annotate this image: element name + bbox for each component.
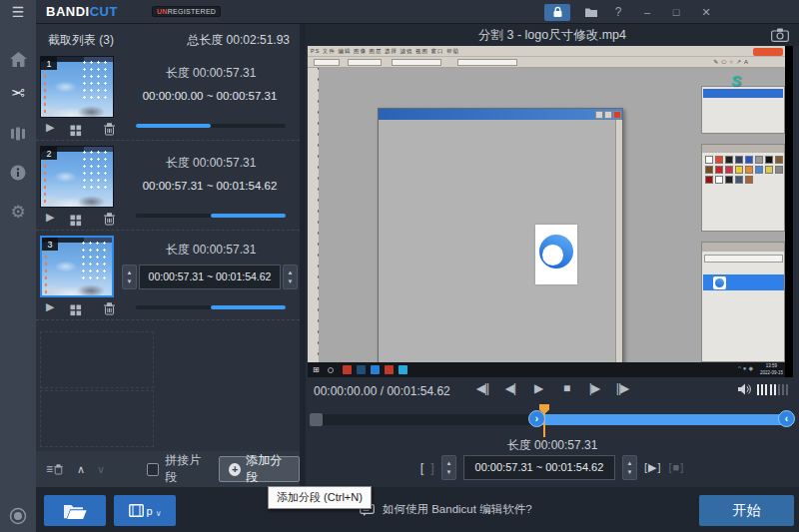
segment-end-stepper[interactable]: ▲▼ bbox=[622, 455, 637, 480]
stop-button[interactable]: ■ bbox=[557, 381, 575, 395]
clip-delete-icon[interactable] bbox=[104, 122, 115, 140]
set-end-bracket[interactable]: ] bbox=[430, 460, 434, 475]
selection-start-handle[interactable]: › bbox=[528, 410, 545, 427]
clip-grid-icon[interactable] bbox=[70, 213, 82, 231]
clip-play-icon[interactable]: ▶ bbox=[46, 121, 54, 134]
color-square bbox=[755, 156, 763, 164]
s-logo-overlay: S bbox=[731, 72, 741, 89]
selection-end-handle[interactable]: ‹ bbox=[778, 410, 795, 427]
swatches-panel bbox=[701, 144, 785, 232]
maximize-button[interactable]: □ bbox=[665, 0, 687, 24]
clip-tools: ▶ bbox=[42, 121, 114, 137]
lock-icon bbox=[544, 4, 570, 21]
add-segment-button[interactable]: + 添加分段 bbox=[219, 456, 300, 482]
blue-logo-circle bbox=[539, 235, 573, 268]
merge-segments-checkbox[interactable] bbox=[147, 463, 159, 476]
recorded-desktop: PS 文件 编辑 图像 图层 选择 滤镜 视图 窗口 帮助 ✎⬭○↗A bbox=[308, 46, 785, 377]
clip-play-icon[interactable]: ▶ bbox=[46, 300, 54, 313]
step-back-button[interactable]: ◀| bbox=[501, 381, 519, 395]
clip-delete-icon[interactable] bbox=[104, 301, 115, 319]
speaker-icon bbox=[738, 383, 752, 395]
layers-panel bbox=[701, 242, 785, 362]
join-tool-icon[interactable] bbox=[0, 119, 36, 149]
playback-controls: ◀|| ◀| ▶ ■ |▶ ||▶ bbox=[306, 381, 799, 395]
record-icon[interactable] bbox=[0, 501, 36, 531]
play-section-button[interactable]: [▶] bbox=[644, 461, 662, 474]
color-square bbox=[735, 176, 743, 184]
help-link[interactable]: 如何使用 Bandicut 编辑软件? bbox=[360, 502, 532, 517]
clip-length-label: 长度 00:00:57.31 bbox=[132, 65, 290, 82]
play-button[interactable]: ▶ bbox=[529, 381, 547, 395]
clip-range-input[interactable]: 00:00:57.31 ~ 00:01:54.62 bbox=[139, 265, 281, 289]
document-window-buttons bbox=[595, 111, 621, 119]
clip-item-2[interactable]: 2 ▶ 长度 00:00:57.31 00:00:57.31 ~ 00:01:5… bbox=[36, 142, 300, 231]
start-button[interactable]: 开始 bbox=[699, 495, 794, 526]
clip-thumbnail[interactable]: 2 bbox=[40, 146, 114, 208]
close-button[interactable]: ✕ bbox=[694, 0, 718, 24]
logo-text-left: BANDI bbox=[46, 4, 90, 19]
segment-range-input[interactable]: 00:00:57.31 ~ 00:01:54.62 bbox=[463, 455, 615, 480]
cut-tool-icon[interactable]: ✂ bbox=[0, 78, 36, 108]
segment-range-row: [ ] ▲▼ 00:00:57.31 ~ 00:01:54.62 ▲▼ [▶] … bbox=[306, 453, 799, 481]
timeline-left-marker[interactable] bbox=[310, 413, 323, 426]
segment-start-stepper[interactable]: ▲▼ bbox=[441, 455, 456, 480]
color-square bbox=[715, 166, 723, 174]
clip-thumbnail[interactable]: 1 bbox=[40, 56, 114, 118]
output-format-button[interactable]: p ∨ bbox=[114, 495, 176, 526]
add-segment-tooltip: 添加分段 (Ctrl+N) bbox=[268, 486, 372, 509]
clip-length-label: 长度 00:00:57.31 bbox=[132, 155, 290, 172]
open-folder-icon[interactable] bbox=[579, 0, 603, 24]
clip-thumbnail[interactable]: 3 bbox=[40, 236, 114, 297]
clip-item-1[interactable]: 1 ▶ 长度 00:00:57.31 00:00:00.00 ~ 00:00:5… bbox=[36, 52, 300, 141]
editor-canvas bbox=[320, 68, 699, 362]
clip-delete-icon[interactable] bbox=[104, 212, 115, 230]
draw-tools: ✎⬭○↗A bbox=[713, 58, 751, 66]
next-frame-button[interactable]: ||▶ bbox=[613, 381, 631, 395]
timeline-selection[interactable] bbox=[536, 414, 789, 425]
color-square bbox=[765, 156, 773, 164]
segment-length-label: 长度 00:00:57.31 bbox=[306, 437, 799, 454]
color-square bbox=[715, 156, 723, 164]
stop-section-button[interactable]: [■] bbox=[669, 461, 685, 473]
clip-list-panel: 截取列表 (3) 总长度 00:02:51.93 1 ▶ 长度 00:00:57… bbox=[36, 24, 300, 487]
move-up-icon[interactable]: ∧ bbox=[77, 463, 85, 476]
set-start-bracket[interactable]: [ bbox=[420, 460, 424, 475]
logo-image bbox=[535, 225, 577, 284]
clip-grid-icon[interactable] bbox=[70, 123, 82, 141]
empty-clip-slot bbox=[40, 331, 154, 388]
step-forward-button[interactable]: |▶ bbox=[585, 381, 603, 395]
delete-list-icon[interactable]: ≡ bbox=[46, 462, 63, 476]
move-down-icon[interactable]: ∨ bbox=[97, 463, 105, 476]
color-square bbox=[705, 166, 713, 174]
volume-bars[interactable] bbox=[757, 384, 791, 395]
clip-list-title: 截取列表 (3) bbox=[48, 32, 114, 49]
info-icon[interactable] bbox=[0, 158, 36, 188]
clip-play-icon[interactable]: ▶ bbox=[46, 211, 54, 224]
taskbar-tray: ^●◆ bbox=[738, 364, 755, 371]
range-end-stepper[interactable]: ▲▼ bbox=[283, 265, 298, 289]
snapshot-camera-icon[interactable] bbox=[771, 28, 789, 46]
clip-item-3-selected[interactable]: 3 ▶ 长度 00:00:57.31 ▲▼ 00:00:57.31 ~ 00:0… bbox=[36, 232, 300, 320]
minimize-button[interactable]: – bbox=[636, 0, 658, 24]
preview-panel: 分割 3 - logo尺寸修改.mp4 PS 文件 编辑 图像 图层 选择 滤镜… bbox=[306, 24, 799, 487]
clip-grid-icon[interactable] bbox=[70, 302, 82, 320]
color-square bbox=[735, 156, 743, 164]
help-button[interactable]: ? bbox=[607, 0, 629, 24]
volume-control[interactable] bbox=[738, 383, 791, 395]
document-titlebar bbox=[379, 109, 622, 120]
hamburger-menu-icon[interactable]: ☰ bbox=[0, 0, 36, 24]
color-square bbox=[745, 166, 753, 174]
footer-bar: p ∨ 如何使用 Bandicut 编辑软件? 开始 bbox=[36, 487, 799, 532]
clip-length-label: 长度 00:00:57.31 bbox=[132, 242, 290, 259]
color-square bbox=[755, 166, 763, 174]
settings-gear-icon[interactable]: ⚙ bbox=[0, 197, 36, 227]
home-icon[interactable] bbox=[0, 44, 36, 74]
lock-button[interactable] bbox=[541, 0, 573, 24]
prev-frame-button[interactable]: ◀|| bbox=[473, 381, 491, 395]
timeline: › ‹ bbox=[306, 405, 799, 437]
range-start-stepper[interactable]: ▲▼ bbox=[122, 265, 137, 289]
image-document-window bbox=[378, 108, 623, 365]
color-square bbox=[725, 176, 733, 184]
clip-list-header: 截取列表 (3) 总长度 00:02:51.93 bbox=[36, 24, 300, 52]
open-file-button[interactable] bbox=[44, 495, 106, 526]
